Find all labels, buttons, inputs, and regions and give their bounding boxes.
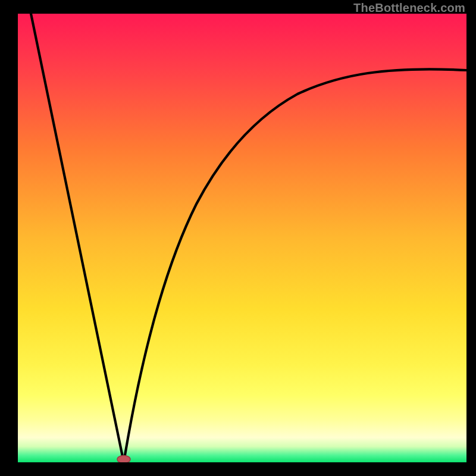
minimum-marker xyxy=(117,456,130,463)
bottleneck-curve xyxy=(18,14,466,462)
plot-area xyxy=(18,14,466,462)
watermark-text: TheBottleneck.com xyxy=(353,1,465,15)
curve-left-branch xyxy=(31,14,124,462)
chart-frame: TheBottleneck.com xyxy=(0,0,476,476)
curve-right-branch xyxy=(124,69,466,462)
